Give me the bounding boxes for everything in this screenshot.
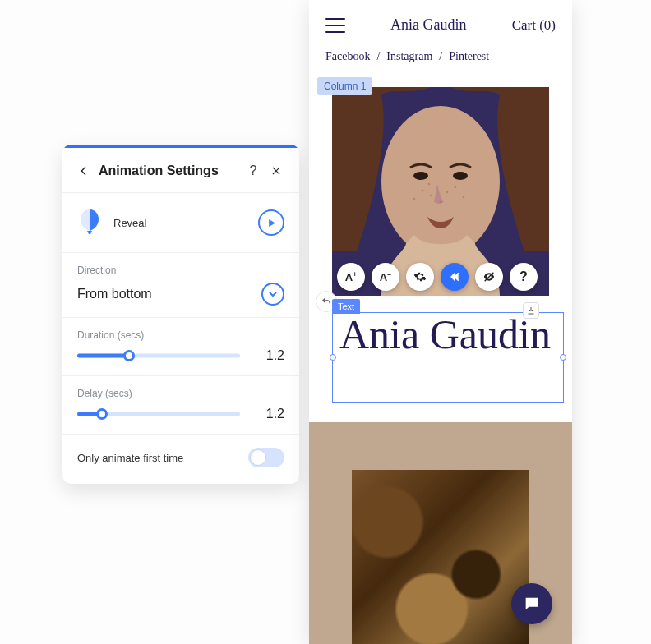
resize-handle-left[interactable] xyxy=(330,354,336,361)
resize-handle-right[interactable] xyxy=(560,354,566,361)
delay-section: Delay (secs) 1.2 xyxy=(62,376,299,435)
hamburger-line xyxy=(326,31,345,33)
separator: / xyxy=(376,50,380,63)
svg-point-11 xyxy=(428,183,431,186)
direction-label: Direction xyxy=(77,264,284,276)
delay-slider[interactable] xyxy=(77,406,240,422)
svg-point-9 xyxy=(463,196,465,199)
duration-value: 1.2 xyxy=(255,348,284,363)
play-icon xyxy=(267,218,276,228)
animation-settings-panel: Animation Settings ? Reveal Direc xyxy=(62,145,299,484)
undo-icon xyxy=(321,296,332,307)
question-icon: ? xyxy=(250,163,257,178)
duration-slider[interactable] xyxy=(77,347,240,364)
separator: / xyxy=(439,50,442,63)
back-button[interactable] xyxy=(74,161,94,181)
selected-text-element[interactable]: Ania Gaudin xyxy=(332,312,564,402)
gear-icon xyxy=(413,270,427,283)
column-indicator[interactable]: Column 1 xyxy=(317,77,372,95)
svg-point-7 xyxy=(455,186,457,189)
panel-title: Animation Settings xyxy=(99,163,242,178)
slider-thumb[interactable] xyxy=(96,408,108,420)
svg-point-1 xyxy=(381,106,500,257)
svg-point-3 xyxy=(453,172,468,180)
effect-thumb xyxy=(77,208,102,237)
element-help-button[interactable]: ? xyxy=(510,263,538,291)
social-link-instagram[interactable]: Instagram xyxy=(386,50,432,63)
chevron-down-icon xyxy=(268,289,278,299)
font-minus-icon: A− xyxy=(380,270,391,283)
only-first-label: Only animate first time xyxy=(77,452,183,464)
mobile-preview: Ania Gaudin Cart (0) Facebook / Instagra… xyxy=(309,0,572,644)
effect-name: Reveal xyxy=(113,217,247,229)
svg-point-10 xyxy=(440,201,442,204)
direction-value: From bottom xyxy=(77,287,152,301)
slider-thumb[interactable] xyxy=(123,350,135,361)
close-icon xyxy=(270,165,282,177)
animation-button[interactable] xyxy=(441,263,469,291)
preview-play-button[interactable] xyxy=(258,209,284,236)
help-button[interactable]: ? xyxy=(242,159,265,182)
social-link-pinterest[interactable]: Pinterest xyxy=(449,50,489,63)
direction-dropdown-button[interactable] xyxy=(261,283,284,306)
social-links: Facebook / Instagram / Pinterest xyxy=(326,50,556,63)
delay-label: Delay (secs) xyxy=(77,388,284,399)
panel-header: Animation Settings ? xyxy=(62,148,299,193)
settings-button[interactable] xyxy=(406,263,434,291)
duration-label: Duration (secs) xyxy=(77,329,284,341)
question-icon: ? xyxy=(519,269,528,284)
delay-value: 1.2 xyxy=(255,407,284,421)
close-button[interactable] xyxy=(265,159,288,182)
element-toolbar: A+ A− ? xyxy=(337,263,538,291)
menu-button[interactable] xyxy=(326,18,345,33)
only-first-toggle[interactable] xyxy=(248,448,284,467)
slider-fill xyxy=(77,354,129,358)
texture-image[interactable] xyxy=(352,470,529,644)
font-increase-button[interactable]: A+ xyxy=(337,263,365,291)
font-plus-icon: A+ xyxy=(345,270,357,283)
toggle-knob xyxy=(250,449,266,466)
heading-text[interactable]: Ania Gaudin xyxy=(339,313,551,356)
chat-widget-button[interactable] xyxy=(511,583,552,624)
balloon-icon xyxy=(77,208,102,237)
direction-section: Direction From bottom xyxy=(62,253,299,318)
svg-point-2 xyxy=(413,172,428,180)
chevron-left-icon xyxy=(77,164,90,177)
cart-link[interactable]: Cart (0) xyxy=(512,17,556,34)
font-decrease-button[interactable]: A− xyxy=(372,263,399,291)
effect-row: Reveal xyxy=(62,193,299,253)
text-element-tag[interactable]: Text xyxy=(332,299,360,314)
eye-off-icon xyxy=(482,270,496,283)
site-brand: Ania Gaudin xyxy=(390,16,466,34)
download-icon xyxy=(526,306,536,315)
hide-button[interactable] xyxy=(475,263,503,291)
hamburger-line xyxy=(326,18,345,20)
social-link-facebook[interactable]: Facebook xyxy=(326,50,370,63)
duration-section: Duration (secs) 1.2 xyxy=(62,318,299,376)
chat-icon xyxy=(523,595,541,613)
svg-point-6 xyxy=(446,191,449,194)
hamburger-line xyxy=(326,25,345,26)
site-header: Ania Gaudin Cart (0) Facebook / Instagra… xyxy=(309,0,572,71)
download-button[interactable] xyxy=(523,302,539,319)
svg-point-4 xyxy=(422,190,424,192)
svg-point-5 xyxy=(430,195,432,197)
animation-icon xyxy=(448,270,461,283)
svg-point-8 xyxy=(413,198,416,200)
only-first-row: Only animate first time xyxy=(62,435,299,484)
